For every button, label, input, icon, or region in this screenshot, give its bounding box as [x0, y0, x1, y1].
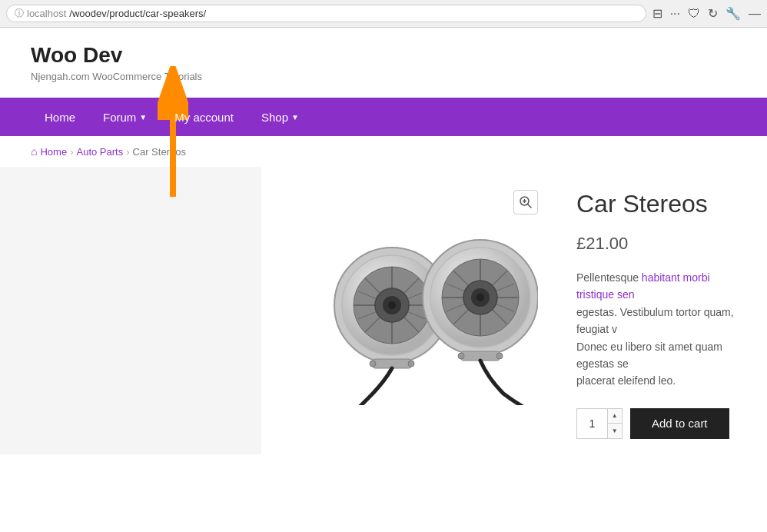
svg-point-20: [370, 361, 376, 367]
forum-dropdown-arrow: ▼: [139, 113, 147, 121]
breadcrumb-sep-2: ›: [126, 146, 129, 158]
svg-point-33: [476, 294, 484, 301]
product-main: Car Stereos £21.00 Pellentesque habitant…: [261, 167, 767, 454]
tools-icon[interactable]: 🔧: [725, 6, 741, 21]
site-title: Woo Dev: [31, 43, 736, 68]
desc-text-3: Donec eu libero sit amet quam egestas se: [576, 341, 722, 370]
desc-text-4: placerat eleifend leo.: [576, 374, 676, 387]
breadcrumb-sep-1: ›: [70, 146, 73, 158]
nav-item-forum[interactable]: Forum ▼: [89, 100, 161, 135]
shop-dropdown-arrow: ▼: [291, 113, 299, 121]
menu-icon[interactable]: ···: [670, 7, 680, 21]
quantity-display: 1: [577, 409, 607, 438]
bookmark-icon[interactable]: ⊟: [652, 6, 662, 21]
home-icon: ⌂: [31, 145, 37, 158]
desc-text-2: egestas. Vestibulum tortor quam, feugiat…: [576, 306, 734, 335]
quantity-up-button[interactable]: ▲: [608, 409, 622, 424]
nav-item-myaccount[interactable]: My account: [161, 100, 247, 135]
product-section: Car Stereos £21.00 Pellentesque habitant…: [0, 167, 767, 454]
product-price: £21.00: [576, 234, 744, 254]
product-description: Pellentesque habitant morbi tristique se…: [576, 269, 744, 390]
breadcrumb-home[interactable]: Home: [40, 146, 67, 158]
breadcrumb-current: Car Stereos: [133, 146, 186, 158]
navigation-bar: Home Forum ▼ My account Shop ▼: [0, 98, 767, 136]
add-to-cart-row: 1 ▲ ▼ Add to cart: [576, 408, 744, 439]
quantity-wrapper: 1 ▲ ▼: [576, 408, 623, 439]
add-to-cart-button[interactable]: Add to cart: [630, 408, 729, 439]
shield-icon[interactable]: 🛡: [688, 7, 700, 21]
zoom-icon[interactable]: [513, 190, 538, 214]
svg-point-21: [408, 361, 414, 367]
browser-actions: ⊟ ··· 🛡 ↻ 🔧 —: [652, 6, 761, 21]
nav-item-home[interactable]: Home: [31, 100, 89, 135]
product-title: Car Stereos: [576, 190, 744, 218]
nav-link-myaccount[interactable]: My account: [161, 100, 247, 135]
svg-point-18: [388, 301, 396, 309]
url-protocol: localhost: [27, 8, 66, 19]
desc-text-1: Pellentesque: [576, 271, 642, 284]
quantity-down-button[interactable]: ▼: [608, 424, 622, 438]
product-details: Car Stereos £21.00 Pellentesque habitant…: [576, 182, 744, 439]
site-header: Woo Dev Njengah.com WooCommerce Tutorial…: [0, 28, 767, 98]
url-path: /woodev/product/car-speakers/: [69, 8, 206, 19]
svg-point-35: [458, 353, 464, 359]
info-icon: ⓘ: [15, 7, 24, 20]
url-bar[interactable]: ⓘ localhost /woodev/product/car-speakers…: [6, 5, 646, 22]
browser-chrome: ⓘ localhost /woodev/product/car-speakers…: [0, 0, 767, 28]
nav-link-forum[interactable]: Forum ▼: [89, 100, 161, 135]
svg-line-4: [528, 204, 532, 208]
quantity-stepper[interactable]: ▲ ▼: [607, 409, 622, 438]
svg-point-36: [496, 353, 503, 359]
product-sidebar: [0, 167, 261, 454]
breadcrumb-category[interactable]: Auto Parts: [77, 146, 124, 158]
product-image-container: [284, 182, 546, 439]
nav-link-home[interactable]: Home: [31, 100, 89, 135]
breadcrumb: ⌂ Home › Auto Parts › Car Stereos: [0, 136, 767, 167]
product-image: [284, 182, 546, 413]
reload-icon[interactable]: ↻: [708, 6, 718, 21]
nav-link-shop[interactable]: Shop ▼: [247, 100, 313, 135]
nav-item-shop[interactable]: Shop ▼: [247, 100, 313, 135]
site-tagline: Njengah.com WooCommerce Tutorials: [31, 71, 736, 82]
minimize-icon[interactable]: —: [749, 7, 761, 21]
